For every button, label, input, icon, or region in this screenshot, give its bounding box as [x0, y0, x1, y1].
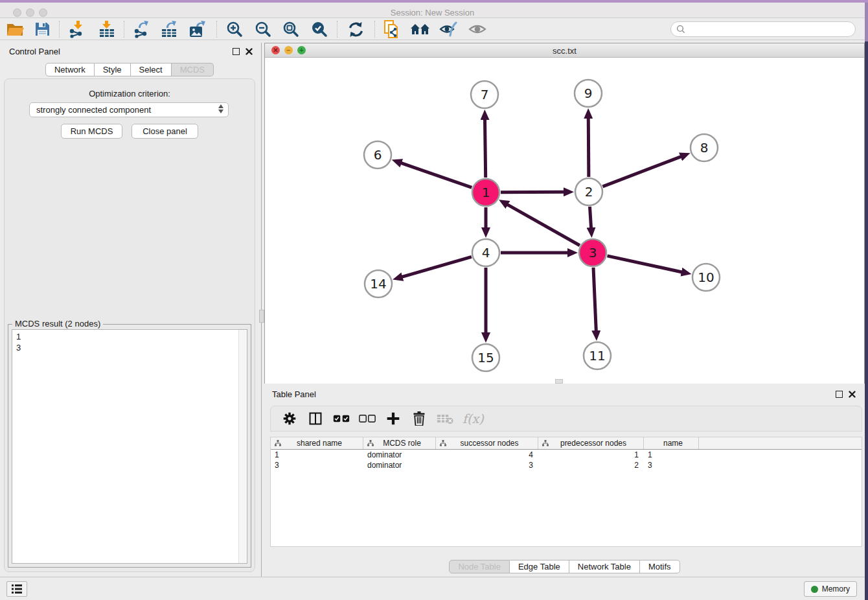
- main-toolbar: [0, 18, 865, 40]
- table-cell: 3: [644, 460, 699, 470]
- graph-edge-1-2[interactable]: [501, 192, 564, 192]
- zoom-fit-icon[interactable]: [280, 19, 302, 39]
- control-panel-title: Control Panel: [9, 47, 60, 56]
- status-bar: Memory: [0, 577, 865, 600]
- graph-edge-3-1[interactable]: [507, 205, 580, 246]
- float-table-panel-icon[interactable]: [836, 391, 843, 398]
- column-header-name[interactable]: name: [644, 437, 699, 449]
- close-panel-button[interactable]: Close panel: [131, 124, 198, 139]
- column-header-label: MCDS role: [378, 439, 435, 448]
- toolbar-separator: [59, 21, 60, 38]
- split-columns-icon[interactable]: [307, 410, 324, 427]
- svg-text:8: 8: [700, 140, 709, 156]
- graph-node-1[interactable]: 1: [472, 179, 499, 206]
- table-panel-tabs: Node Table Edge Table Network Table Moti…: [264, 560, 865, 573]
- tab-style[interactable]: Style: [95, 63, 131, 76]
- tab-network-table[interactable]: Network Table: [569, 560, 640, 573]
- graph-node-8[interactable]: 8: [691, 134, 718, 161]
- graph-edge-3-10[interactable]: [607, 256, 681, 272]
- column-header-label: name: [663, 439, 683, 448]
- memory-status-icon: [811, 586, 818, 593]
- graph-node-10[interactable]: 10: [692, 264, 720, 291]
- delete-icon[interactable]: [411, 410, 428, 427]
- search-field[interactable]: [670, 21, 856, 37]
- tab-select[interactable]: Select: [131, 63, 172, 76]
- search-icon: [676, 25, 685, 34]
- table-row[interactable]: 1dominator411: [271, 450, 862, 460]
- column-header-shared-name[interactable]: shared name: [271, 437, 363, 449]
- open-session-icon[interactable]: [4, 19, 26, 39]
- graph-edge-4-14[interactable]: [402, 257, 472, 277]
- table-panel-title: Table Panel: [272, 389, 316, 399]
- column-header-MCDS-role[interactable]: MCDS role: [363, 437, 436, 449]
- svg-text:14: 14: [370, 276, 386, 292]
- save-session-icon[interactable]: [31, 19, 53, 39]
- memory-button[interactable]: Memory: [804, 581, 857, 597]
- network-window-titlebar[interactable]: ✕ − + scc.txt: [265, 43, 864, 58]
- tab-node-table[interactable]: Node Table: [449, 560, 510, 573]
- graph-node-9[interactable]: 9: [575, 80, 602, 107]
- run-mcds-button[interactable]: Run MCDS: [61, 124, 122, 139]
- svg-text:15: 15: [477, 350, 494, 365]
- import-network-icon[interactable]: [65, 19, 87, 39]
- tab-network[interactable]: Network: [45, 63, 95, 76]
- hide-selected-icon[interactable]: [437, 19, 459, 39]
- import-table-icon[interactable]: [96, 19, 118, 39]
- log-console-button[interactable]: [6, 581, 27, 597]
- function-builder-icon[interactable]: f(x): [463, 411, 484, 426]
- tab-motifs[interactable]: Motifs: [640, 560, 680, 573]
- mcds-result-textarea[interactable]: 1 3: [12, 329, 247, 564]
- graph-edge-1-7[interactable]: [485, 119, 486, 178]
- float-panel-icon[interactable]: [233, 48, 240, 55]
- export-image-icon[interactable]: [187, 19, 209, 39]
- toolbar-separator: [374, 21, 375, 38]
- table-cell: 1: [271, 450, 363, 460]
- search-input[interactable]: [688, 25, 843, 34]
- mcds-result-scrollbar[interactable]: [238, 330, 247, 563]
- graph-edge-2-9[interactable]: [588, 118, 589, 177]
- gear-icon[interactable]: [281, 410, 298, 427]
- zoom-in-icon[interactable]: [223, 19, 246, 39]
- graph-node-14[interactable]: 14: [365, 270, 392, 297]
- close-panel-icon[interactable]: [246, 48, 253, 55]
- tab-mcds[interactable]: MCDS: [172, 63, 214, 76]
- graph-node-6[interactable]: 6: [364, 141, 391, 168]
- export-table-icon[interactable]: [158, 19, 180, 39]
- graph-edge-2-3[interactable]: [589, 207, 591, 228]
- wallpaper-right-edge: [865, 3, 868, 600]
- graph-node-3[interactable]: 3: [579, 239, 606, 266]
- graph-node-7[interactable]: 7: [471, 81, 498, 108]
- svg-text:3: 3: [589, 245, 597, 260]
- graph-edge-2-8[interactable]: [602, 157, 681, 187]
- column-header-label: predecessor nodes: [553, 439, 643, 448]
- export-network-icon[interactable]: [130, 19, 152, 39]
- zoom-selected-icon[interactable]: [308, 19, 330, 39]
- optimization-criterion-label: Optimization criterion:: [0, 89, 259, 98]
- show-all-icon[interactable]: [466, 19, 488, 39]
- first-neighbors-icon[interactable]: [409, 19, 431, 39]
- graph-edge-3-11[interactable]: [593, 268, 596, 331]
- clone-network-icon[interactable]: [381, 19, 403, 39]
- graph-node-4[interactable]: 4: [472, 239, 499, 266]
- column-header-successor-nodes[interactable]: successor nodes: [436, 437, 538, 449]
- splitter-grip[interactable]: [259, 310, 264, 323]
- split-collapse-handle[interactable]: [555, 379, 563, 384]
- table-row[interactable]: 3dominator323: [271, 460, 862, 470]
- graph-node-11[interactable]: 11: [584, 342, 611, 369]
- refresh-icon[interactable]: [345, 19, 367, 39]
- deselect-all-checkboxes-icon[interactable]: [359, 410, 376, 427]
- graph-node-2[interactable]: 2: [575, 178, 602, 205]
- delete-table-icon[interactable]: [437, 410, 453, 427]
- tab-edge-table[interactable]: Edge Table: [510, 560, 569, 573]
- add-icon[interactable]: [385, 410, 402, 427]
- close-table-panel-icon[interactable]: [849, 391, 856, 398]
- optimization-criterion-select[interactable]: strongly connected component: [29, 102, 229, 117]
- vertical-splitter[interactable]: [259, 43, 264, 577]
- select-all-checkboxes-icon[interactable]: [333, 410, 350, 427]
- zoom-out-icon[interactable]: [252, 19, 274, 39]
- graph-node-15[interactable]: 15: [472, 344, 499, 371]
- graph-edge-1-6[interactable]: [401, 163, 472, 187]
- table-cell: dominator: [363, 450, 436, 460]
- network-canvas[interactable]: 7968124314101511: [265, 58, 864, 384]
- column-header-predecessor-nodes[interactable]: predecessor nodes: [538, 437, 644, 449]
